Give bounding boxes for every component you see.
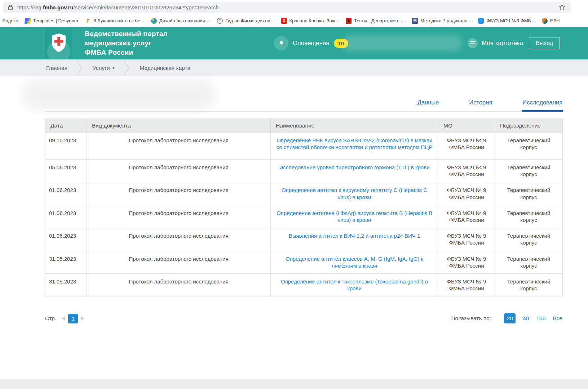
- documents-table: ДатаВид документаНаименованиеМОПодраздел…: [45, 119, 563, 296]
- caret-down-icon: ▾: [112, 66, 115, 70]
- breadcrumb-item-2[interactable]: Услуги▾: [93, 65, 114, 71]
- cell-doc-type: Протокол лабораторного исследования: [87, 182, 271, 205]
- tab-history[interactable]: История: [469, 99, 492, 111]
- letter-m-icon: M: [412, 18, 418, 24]
- prev-page-arrow[interactable]: [62, 316, 65, 321]
- cell-mo: ФБУЗ МСЧ № 9 ФМБА России: [438, 133, 495, 160]
- lock-icon[interactable]: [8, 4, 13, 10]
- cell-name: Определение антител к вирусному гепатиту…: [271, 182, 438, 205]
- bookmark-item[interactable]: Яндекс: [2, 18, 18, 23]
- cell-mo: ФБУЗ МСЧ № 9 ФМБА России: [438, 205, 495, 228]
- cell-division: Терапевтический корпус: [495, 251, 563, 273]
- bookmark-item[interactable]: ККрасная Кнопка. Заж...: [281, 18, 339, 24]
- bookmark-item[interactable]: ♞Тесты - Департамент ...: [346, 18, 405, 24]
- cell-doc-type: Протокол лабораторного исследования: [87, 251, 271, 273]
- column-header: Подразделение: [495, 119, 563, 133]
- cell-mo: ФБУЗ МСЧ № 9 ФМБА России: [438, 273, 495, 296]
- bookmark-star-icon[interactable]: [558, 4, 566, 11]
- bookmark-item[interactable]: MМетодика 7 радикало...: [412, 18, 471, 24]
- fmba-logo: [45, 27, 72, 59]
- table-row: 05.06.2023Протокол лабораторного исследо…: [45, 160, 563, 182]
- chevron-separator-icon: [123, 61, 131, 76]
- table-body: 09.10.2023Протокол лабораторного исследо…: [45, 133, 563, 296]
- cell-name: Исследование уровня тиреотропного гормон…: [271, 160, 438, 182]
- document-link[interactable]: Определение антител к токсоплазме (Toxop…: [281, 278, 428, 291]
- tab-research[interactable]: Исследования: [522, 99, 562, 111]
- cell-doc-type: Протокол лабораторного исследования: [87, 228, 271, 251]
- table-row: 01.06.2023Протокол лабораторного исследо…: [45, 205, 563, 228]
- page-size-option-40[interactable]: 40: [523, 315, 529, 322]
- address-bar[interactable]: https://reg.fmba.gov.ru/service/emk/docu…: [3, 2, 571, 13]
- breadcrumb-item-1[interactable]: Главная: [46, 65, 67, 71]
- circle-t-icon: Т: [217, 18, 223, 24]
- bookmark-item[interactable]: ▪ФБУЗ МСЧ №9 ФМБ...: [478, 18, 535, 24]
- bookmark-label: Templates | Desygner: [33, 18, 79, 23]
- cell-date: 01.06.2023: [45, 182, 87, 205]
- tab-data[interactable]: Данные: [417, 99, 439, 111]
- column-header: Вид документа: [87, 119, 271, 133]
- logout-button[interactable]: Выход: [529, 37, 560, 49]
- table-row: 31.05.2023Протокол лабораторного исследо…: [45, 273, 563, 296]
- main-content: ДанныеИсторияИсследования ДатаВид докуме…: [0, 76, 588, 323]
- page-size-option-20[interactable]: 20: [504, 313, 516, 323]
- bookmark-label: Яндекс: [2, 18, 18, 23]
- document-link[interactable]: Исследование уровня тиреотропного гормон…: [279, 164, 429, 170]
- cell-doc-type: Протокол лабораторного исследования: [87, 205, 271, 228]
- bookmark-item[interactable]: F8 Лучших сайтов с бе...: [85, 18, 144, 24]
- pagination: Стр. 1 Показывать по: 2040100Все: [45, 313, 562, 323]
- cell-date: 31.05.2023: [45, 273, 87, 296]
- page-size-option-Все[interactable]: Все: [553, 315, 562, 322]
- bookmark-item[interactable]: Дизайн без названия ...: [151, 18, 210, 24]
- page-label: Стр.: [45, 315, 56, 322]
- bookmark-item[interactable]: ЕЛН: [542, 18, 560, 24]
- next-page-arrow[interactable]: [81, 316, 84, 321]
- cell-date: 31.05.2023: [45, 251, 87, 273]
- cell-doc-type: Протокол лабораторного исследования: [87, 160, 271, 182]
- redacted-user-name: [342, 35, 462, 52]
- round-badge-icon: [542, 18, 548, 24]
- document-link[interactable]: Определение РНК вируса SARS-CoV-2 (Coron…: [277, 137, 433, 150]
- url-path: /service/emk/documents/3010101002326764?…: [74, 4, 219, 10]
- moscow-emblem-icon: ♞: [346, 18, 352, 24]
- bookmark-item[interactable]: Templates | Desygner: [25, 18, 79, 24]
- bookmark-label: Гид по Фигме для на...: [225, 18, 274, 23]
- bookmarks-bar: ЯндексTemplates | DesygnerF8 Лучших сайт…: [0, 14, 588, 27]
- bookmark-label: Методика 7 радикало...: [420, 18, 471, 23]
- page-size-selector: Показывать по: 2040100Все: [451, 313, 562, 323]
- bookmark-label: Тесты - Департамент ...: [354, 18, 405, 23]
- table-row: 09.10.2023Протокол лабораторного исследо…: [45, 133, 563, 160]
- portal-title: Ведомственный портал медицинских услуг Ф…: [85, 29, 168, 57]
- globe-icon: [151, 18, 157, 24]
- cell-date: 01.06.2023: [45, 205, 87, 228]
- chat-bubble-icon: ▪: [478, 18, 484, 24]
- document-link[interactable]: Определение антител классов A, M, G (IgM…: [286, 256, 423, 269]
- document-link[interactable]: Определение антител к вирусному гепатиту…: [282, 187, 427, 200]
- cell-division: Терапевтический корпус: [495, 205, 563, 228]
- notifications-button[interactable]: Оповещения 10: [274, 36, 348, 50]
- cell-doc-type: Протокол лабораторного исследования: [87, 133, 271, 160]
- table-row: 01.06.2023Протокол лабораторного исследо…: [45, 182, 563, 205]
- cell-mo: ФБУЗ МСЧ № 9 ФМБА России: [438, 182, 495, 205]
- breadcrumb-item-3[interactable]: Медицинская карта: [140, 65, 190, 71]
- table-header-row: ДатаВид документаНаименованиеМОПодраздел…: [45, 119, 563, 133]
- bookmark-item[interactable]: ТГид по Фигме для на...: [217, 18, 274, 24]
- cell-mo: ФБУЗ МСЧ № 9 ФМБА России: [438, 228, 495, 251]
- cell-date: 09.10.2023: [45, 133, 87, 160]
- app-header: Ведомственный портал медицинских услуг Ф…: [0, 27, 588, 59]
- desygner-icon: [24, 18, 31, 24]
- document-link[interactable]: Определение антигена (HbsAg) вируса гепа…: [277, 210, 432, 223]
- current-page-button[interactable]: 1: [68, 314, 78, 323]
- document-link[interactable]: Выявления антител к ВИЧ-1,2 и антигена p…: [289, 233, 420, 239]
- page-size-option-100[interactable]: 100: [536, 315, 545, 322]
- show-by-label: Показывать по:: [451, 315, 491, 322]
- bell-icon: [274, 36, 288, 50]
- flag-f-icon: F: [85, 18, 91, 24]
- footer-bar: [0, 379, 588, 389]
- url-domain: fmba.gov.ru: [43, 4, 74, 10]
- bookmark-label: Дизайн без названия ...: [159, 18, 210, 23]
- cell-doc-type: Протокол лабораторного исследования: [87, 273, 271, 296]
- cell-name: Определение антител классов A, M, G (IgM…: [271, 251, 438, 273]
- cell-mo: ФБУЗ МСЧ № 9 ФМБА России: [438, 160, 495, 182]
- my-card-button[interactable]: Моя картотека: [468, 38, 523, 48]
- cell-division: Терапевтический корпус: [495, 160, 563, 182]
